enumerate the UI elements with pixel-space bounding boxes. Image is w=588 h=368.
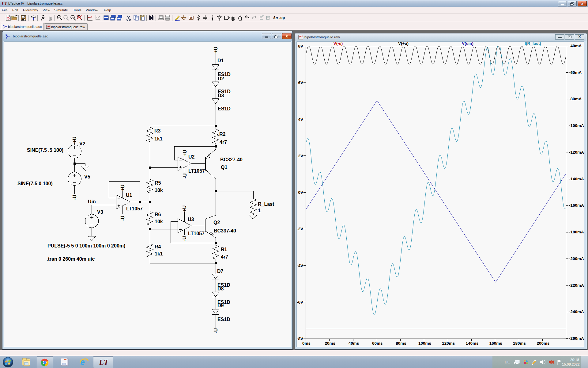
svg-text:-260mA: -260mA [569, 336, 584, 341]
svg-text:V(-u): V(-u) [334, 41, 343, 46]
svg-text:V(uin): V(uin) [462, 41, 473, 46]
svg-text:100ms: 100ms [418, 341, 431, 346]
svg-text:-100mA: -100mA [569, 123, 584, 128]
svg-text:20ms: 20ms [325, 341, 335, 346]
svg-text:4V: 4V [298, 117, 303, 122]
svg-text:-2V: -2V [297, 227, 303, 231]
svg-text:-120mA: -120mA [569, 150, 584, 155]
svg-text:-240mA: -240mA [569, 309, 584, 314]
svg-text:160ms: 160ms [489, 341, 502, 346]
svg-text:0V: 0V [298, 190, 303, 195]
svg-text:200ms: 200ms [537, 341, 549, 346]
svg-text:8V: 8V [298, 44, 303, 48]
svg-text:120ms: 120ms [442, 341, 455, 346]
svg-text:V(+u): V(+u) [398, 41, 409, 46]
svg-text:6V: 6V [298, 80, 303, 85]
svg-text:140ms: 140ms [466, 341, 478, 346]
svg-text:2V: 2V [298, 154, 303, 158]
svg-text:80ms: 80ms [396, 341, 406, 346]
svg-text:-180mA: -180mA [569, 230, 584, 234]
svg-text:60ms: 60ms [372, 341, 383, 346]
svg-text:40ms: 40ms [349, 341, 359, 346]
svg-text:-40mA: -40mA [569, 44, 582, 48]
svg-text:-6V: -6V [297, 300, 303, 305]
svg-text:-8V: -8V [297, 336, 303, 341]
svg-text:-4V: -4V [297, 263, 303, 268]
svg-text:-220mA: -220mA [569, 283, 584, 288]
svg-text:0ms: 0ms [302, 341, 311, 346]
svg-text:-160mA: -160mA [569, 203, 584, 208]
svg-text:-60mA: -60mA [569, 70, 582, 75]
svg-text:180ms: 180ms [513, 341, 526, 346]
svg-text:I(R_last): I(R_last) [525, 41, 541, 46]
svg-text:-80mA: -80mA [569, 97, 582, 101]
svg-text:LT: LT [99, 358, 108, 366]
svg-text:-140mA: -140mA [569, 177, 584, 181]
svg-text:-200mA: -200mA [569, 256, 584, 261]
